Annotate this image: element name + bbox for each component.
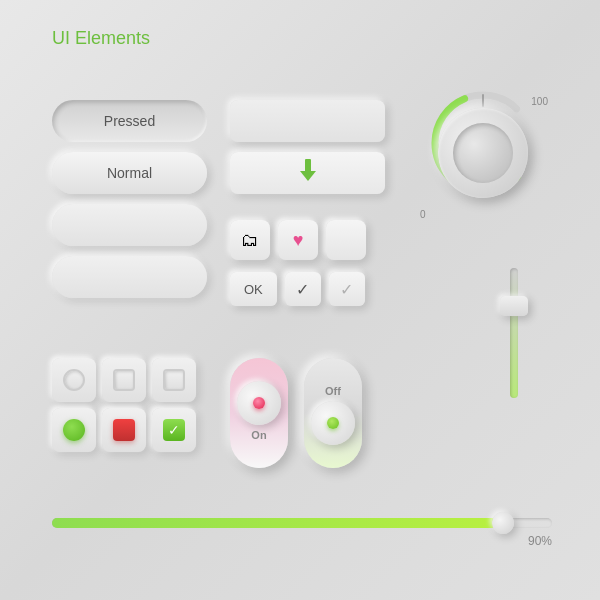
checkbox-square-filled-icon <box>113 419 135 441</box>
blank-button-2[interactable] <box>52 256 207 298</box>
bars-column <box>230 100 385 194</box>
toggle-on-thumb <box>237 381 281 425</box>
checkbox-check-filled[interactable]: ✓ <box>152 408 196 452</box>
checkbox-check-filled-icon: ✓ <box>163 419 185 441</box>
knob-label-max: 100 <box>531 96 548 107</box>
vslider-track <box>510 268 518 398</box>
checkbox-check-icon <box>163 369 185 391</box>
icon-buttons-row: 🗂 ♥ <box>230 220 366 260</box>
toggle-off-label: Off <box>325 385 341 397</box>
hslider-fill <box>52 518 502 528</box>
download-bar[interactable] <box>230 152 385 194</box>
vslider-thumb[interactable] <box>500 296 528 316</box>
svg-rect-0 <box>305 159 311 173</box>
toggle-on-switch[interactable]: On <box>230 358 288 468</box>
checkbox-square-empty[interactable] <box>102 358 146 402</box>
normal-button[interactable]: Normal <box>52 152 207 194</box>
toggle-on-indicator <box>253 397 265 409</box>
toggle-on-label: On <box>251 429 266 441</box>
pressed-button[interactable]: Pressed <box>52 100 207 142</box>
heart-icon: ♥ <box>293 230 304 251</box>
selector-grid: ✓ <box>52 358 196 452</box>
svg-marker-1 <box>300 171 316 181</box>
radio-circle-filled <box>63 419 85 441</box>
ok-button[interactable]: OK <box>230 272 277 306</box>
toggle-off-switch[interactable]: Off <box>304 358 362 468</box>
toggles-row: On Off <box>230 358 362 468</box>
checkbox-square-icon <box>113 369 135 391</box>
knob-dial[interactable] <box>438 108 528 198</box>
horizontal-slider: 90% <box>52 518 552 548</box>
page-title: UI Elements <box>52 28 150 49</box>
radio-filled[interactable] <box>52 408 96 452</box>
toggle-off-indicator <box>327 417 339 429</box>
toggle-off-thumb <box>311 401 355 445</box>
hslider-thumb[interactable] <box>492 512 514 534</box>
checkbox-square-filled[interactable] <box>102 408 146 452</box>
radio-circle-empty <box>63 369 85 391</box>
knob-label-min: 0 <box>420 209 426 220</box>
buttons-column: Pressed Normal <box>52 100 207 298</box>
blank-icon-button[interactable] <box>326 220 366 260</box>
folder-button[interactable]: 🗂 <box>230 220 270 260</box>
hslider-track <box>52 518 552 528</box>
radio-empty[interactable] <box>52 358 96 402</box>
vertical-slider[interactable] <box>500 268 528 398</box>
blank-button-1[interactable] <box>52 204 207 246</box>
check-light-button[interactable]: ✓ <box>329 272 365 306</box>
download-arrow-icon <box>294 157 322 189</box>
folder-icon: 🗂 <box>241 230 259 251</box>
heart-button[interactable]: ♥ <box>278 220 318 260</box>
ok-check-row: OK ✓ ✓ <box>230 272 365 306</box>
knob-container: 0 100 <box>418 88 548 248</box>
knob-inner <box>453 123 513 183</box>
check-button[interactable]: ✓ <box>285 272 321 306</box>
hslider-percent-label: 90% <box>52 534 552 548</box>
empty-bar-1 <box>230 100 385 142</box>
checkbox-check-empty[interactable] <box>152 358 196 402</box>
